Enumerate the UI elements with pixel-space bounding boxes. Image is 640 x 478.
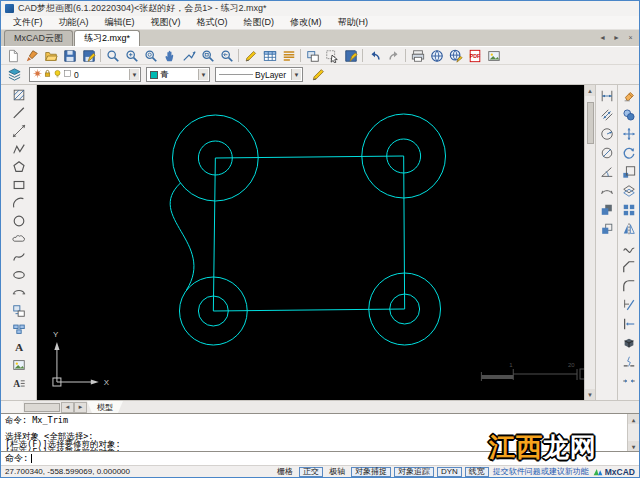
dim-arc-icon[interactable] [597, 181, 616, 200]
arc-icon[interactable] [9, 194, 28, 212]
menu-item-7[interactable]: 修改(M) [282, 16, 330, 29]
menu-item-5[interactable]: 格式(O) [189, 16, 236, 29]
toggle-1[interactable]: 栅格 [274, 467, 296, 477]
toggle-7[interactable]: 线宽 [465, 467, 489, 477]
zoom-scale-icon[interactable] [179, 47, 198, 64]
zoom-object-icon[interactable] [198, 47, 217, 64]
linetype-combo[interactable]: ByLayer ▼ [215, 67, 303, 82]
explode-icon[interactable] [619, 333, 638, 352]
dim-angular-icon[interactable] [597, 162, 616, 181]
undo-icon[interactable] [365, 47, 384, 64]
dim-radius-icon[interactable] [597, 124, 616, 143]
text-icon[interactable]: A [9, 338, 28, 356]
tab-1[interactable]: MxCAD云图 [4, 30, 73, 46]
ellipse-arc-icon[interactable] [9, 284, 28, 302]
copy-object-icon[interactable] [619, 105, 638, 124]
spline-fit-icon[interactable] [619, 238, 638, 257]
pan-icon[interactable] [160, 47, 179, 64]
model-prev-button[interactable]: ◄ [61, 402, 74, 413]
pencil-icon[interactable] [241, 47, 260, 64]
break-icon[interactable] [619, 352, 638, 371]
menu-item-3[interactable]: 编辑(E) [97, 16, 143, 29]
web-publish-icon[interactable] [446, 47, 465, 64]
match-props-icon[interactable] [597, 219, 616, 238]
menu-item-4[interactable]: 视图(V) [143, 16, 189, 29]
circle-icon[interactable] [9, 212, 28, 230]
array-icon[interactable] [619, 200, 638, 219]
open-file-icon[interactable] [41, 47, 60, 64]
join-icon[interactable] [619, 371, 638, 390]
model-tab[interactable]: 模型 [87, 401, 123, 413]
text-list-icon[interactable] [279, 47, 298, 64]
zoom-previous-icon[interactable] [217, 47, 236, 64]
move-icon[interactable] [619, 124, 638, 143]
dim-linear-icon[interactable] [597, 86, 616, 105]
redo-icon[interactable] [384, 47, 403, 64]
dim-diameter-icon[interactable] [597, 143, 616, 162]
offset-icon[interactable] [619, 181, 638, 200]
rotate-icon[interactable] [619, 143, 638, 162]
color-combo-arrow-icon[interactable]: ▼ [198, 69, 208, 80]
tab-scroll-right-button[interactable]: ► [611, 32, 622, 43]
spline-icon[interactable] [9, 248, 28, 266]
menu-item-2[interactable]: 功能(A) [51, 16, 97, 29]
model-next-button[interactable]: ► [74, 402, 87, 413]
new-file-icon[interactable] [3, 47, 22, 64]
print-icon[interactable] [408, 47, 427, 64]
image-output-icon[interactable] [484, 47, 503, 64]
menu-item-1[interactable]: 文件(F) [5, 16, 51, 29]
toggle-5[interactable]: 对象追踪 [394, 467, 434, 477]
ellipse-icon[interactable] [9, 266, 28, 284]
scroll-down-icon[interactable]: ▼ [585, 389, 595, 400]
format-brush-icon[interactable] [22, 47, 41, 64]
tab-scroll-left-button[interactable]: ◄ [597, 32, 608, 43]
polygon-icon[interactable] [9, 158, 28, 176]
hscroll-track[interactable] [1, 401, 23, 413]
layer-combo-arrow-icon[interactable]: ▼ [129, 69, 139, 80]
pdf-output-icon[interactable]: PDF [465, 47, 484, 64]
web-open-icon[interactable] [427, 47, 446, 64]
scroll-up-icon[interactable]: ▲ [585, 85, 595, 96]
linetype-combo-arrow-icon[interactable]: ▼ [291, 69, 301, 80]
feedback-link[interactable]: 提交软件问题或建议新功能 [493, 466, 589, 477]
block-editor-icon[interactable] [303, 47, 322, 64]
rectangle-icon[interactable] [9, 176, 28, 194]
erase-icon[interactable] [619, 86, 638, 105]
select-set-icon[interactable] [322, 47, 341, 64]
table-icon[interactable] [260, 47, 279, 64]
scale-icon[interactable] [619, 162, 638, 181]
save-as-icon[interactable] [79, 47, 98, 64]
polyline-icon[interactable] [9, 140, 28, 158]
menu-item-6[interactable]: 绘图(D) [236, 16, 283, 29]
toggle-6[interactable]: DYN [437, 467, 462, 477]
revcloud-icon[interactable] [9, 230, 28, 248]
copy-props-icon[interactable] [597, 200, 616, 219]
vscroll-thumb[interactable] [587, 102, 594, 144]
layers-stack-icon[interactable] [4, 66, 24, 84]
layer-combo[interactable]: 0 ▼ [29, 67, 141, 82]
tab-close-button[interactable]: × [625, 32, 636, 43]
dim-aligned-icon[interactable] [597, 105, 616, 124]
drawing-canvas[interactable]: XY120 [37, 85, 584, 400]
save-block-icon[interactable] [341, 47, 360, 64]
cmd-scroll-up-icon[interactable]: ▲ [628, 414, 639, 424]
cmd-scroll-down-icon[interactable]: ▼ [628, 441, 639, 451]
create-block-icon[interactable] [9, 320, 28, 338]
toggle-4[interactable]: 对象捕捉 [351, 467, 391, 477]
xline-icon[interactable] [9, 122, 28, 140]
text-style-icon[interactable]: A [9, 374, 28, 392]
toggle-2[interactable]: 正交 [299, 467, 323, 477]
zoom-all-icon[interactable] [141, 47, 160, 64]
image-insert-icon[interactable] [9, 356, 28, 374]
menu-item-8[interactable]: 帮助(H) [330, 16, 377, 29]
hscroll-thumb[interactable] [24, 403, 60, 412]
command-scrollbar[interactable]: ▲ ▼ [627, 414, 639, 451]
trim-icon[interactable] [619, 295, 638, 314]
save-icon[interactable] [60, 47, 79, 64]
mirror-icon[interactable] [619, 219, 638, 238]
color-combo[interactable]: 青 ▼ [146, 67, 210, 82]
linetype-pencil-icon[interactable] [308, 66, 328, 84]
chamfer-icon[interactable] [619, 257, 638, 276]
tab-2[interactable]: 练习2.mxg* [74, 30, 140, 46]
toggle-3[interactable]: 极轴 [326, 467, 348, 477]
